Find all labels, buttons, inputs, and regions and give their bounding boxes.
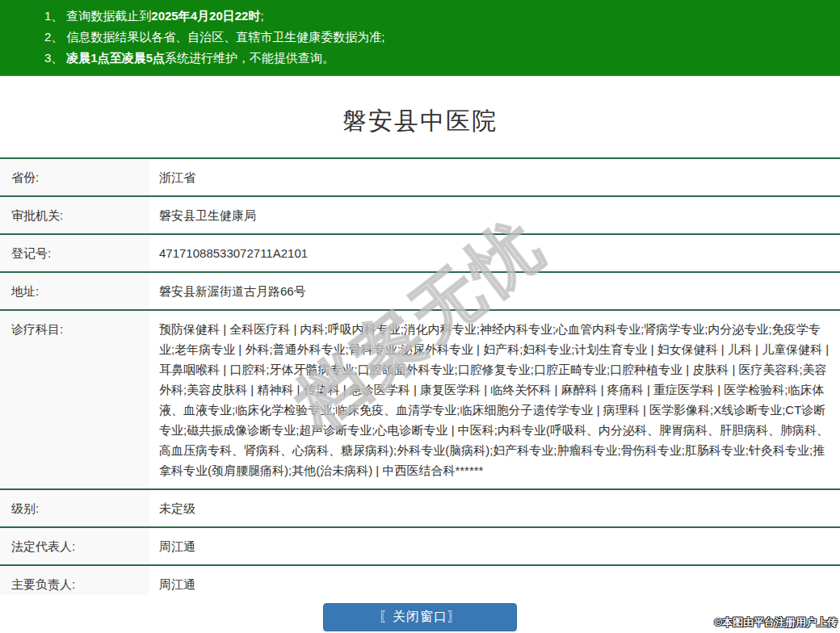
row-label: 诊疗科目: bbox=[0, 311, 149, 488]
row-value: 47171088533072711A2101 bbox=[149, 235, 840, 271]
table-row: 省份:浙江省 bbox=[0, 157, 840, 195]
row-value: 预防保健科 | 全科医疗科 | 内科;呼吸内科专业;消化内科专业;神经内科专业;… bbox=[149, 311, 840, 488]
row-label: 法定代表人: bbox=[0, 528, 149, 564]
row-value: 磐安县新渥街道古月路66号 bbox=[149, 273, 840, 309]
row-value: 未定级 bbox=[149, 490, 840, 526]
row-label: 地址: bbox=[0, 273, 149, 309]
row-value: 浙江省 bbox=[149, 159, 840, 195]
row-label: 级别: bbox=[0, 490, 149, 526]
table-row: 级别:未定级 bbox=[0, 488, 840, 526]
row-value: 磐安县卫生健康局 bbox=[149, 197, 840, 233]
row-value: 周江通 bbox=[149, 528, 840, 564]
table-row: 登记号:47171088533072711A2101 bbox=[0, 233, 840, 271]
footer-bar: 〖关闭窗口〗 bbox=[0, 595, 840, 633]
row-label: 审批机关: bbox=[0, 197, 149, 233]
info-table: 省份:浙江省审批机关:磐安县卫生健康局登记号:47171088533072711… bbox=[0, 157, 840, 602]
notice-item: 2、信息数据结果以各省、自治区、直辖市卫生健康委数据为准; bbox=[44, 27, 824, 48]
row-label: 登记号: bbox=[0, 235, 149, 271]
table-row: 法定代表人:周江通 bbox=[0, 526, 840, 564]
table-row: 诊疗科目:预防保健科 | 全科医疗科 | 内科;呼吸内科专业;消化内科专业;神经… bbox=[0, 309, 840, 488]
notice-banner: 1、查询数据截止到2025年4月20日22时;2、信息数据结果以各省、自治区、直… bbox=[0, 0, 840, 76]
notice-item: 1、查询数据截止到2025年4月20日22时; bbox=[44, 6, 824, 27]
table-row: 审批机关:磐安县卫生健康局 bbox=[0, 195, 840, 233]
notice-list: 1、查询数据截止到2025年4月20日22时;2、信息数据结果以各省、自治区、直… bbox=[44, 6, 824, 69]
close-window-button[interactable]: 〖关闭窗口〗 bbox=[323, 603, 517, 631]
row-label: 省份: bbox=[0, 159, 149, 195]
page-title: 磐安县中医院 bbox=[0, 76, 840, 157]
table-row: 地址:磐安县新渥街道古月路66号 bbox=[0, 271, 840, 309]
notice-item: 3、凌晨1点至凌晨5点系统进行维护，不能提供查询。 bbox=[44, 48, 824, 69]
